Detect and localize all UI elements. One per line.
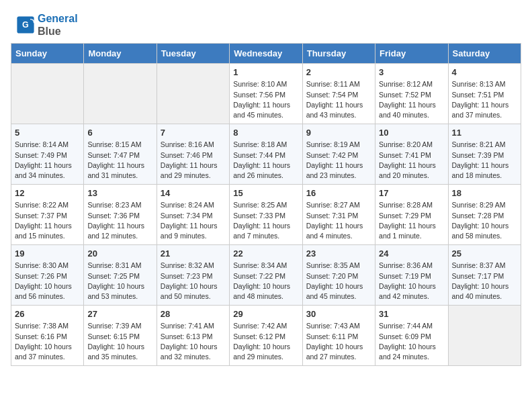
calendar-cell: 1Sunrise: 8:10 AM Sunset: 7:56 PM Daylig… (230, 64, 302, 124)
day-number: 14 (161, 188, 226, 198)
weekday-header: Saturday (448, 44, 521, 64)
day-number: 13 (87, 188, 152, 198)
calendar-cell: 3Sunrise: 8:12 AM Sunset: 7:52 PM Daylig… (375, 64, 448, 124)
day-info: Sunrise: 7:43 AM Sunset: 6:11 PM Dayligh… (306, 321, 371, 362)
calendar-cell: 7Sunrise: 8:16 AM Sunset: 7:46 PM Daylig… (157, 124, 229, 185)
day-info: Sunrise: 8:10 AM Sunset: 7:56 PM Dayligh… (233, 79, 298, 120)
day-info: Sunrise: 8:12 AM Sunset: 7:52 PM Dayligh… (379, 79, 444, 120)
calendar-cell: 18Sunrise: 8:29 AM Sunset: 7:28 PM Dayli… (448, 185, 521, 245)
weekday-header: Sunday (11, 44, 84, 64)
day-info: Sunrise: 7:39 AM Sunset: 6:15 PM Dayligh… (87, 321, 152, 362)
day-info: Sunrise: 8:22 AM Sunset: 7:37 PM Dayligh… (15, 200, 80, 241)
weekday-header-row: SundayMondayTuesdayWednesdayThursdayFrid… (11, 44, 521, 64)
calendar-cell: 8Sunrise: 8:18 AM Sunset: 7:44 PM Daylig… (230, 124, 302, 185)
calendar-cell: 30Sunrise: 7:43 AM Sunset: 6:11 PM Dayli… (302, 306, 375, 366)
day-number: 2 (306, 67, 371, 77)
calendar-cell: 29Sunrise: 7:42 AM Sunset: 6:12 PM Dayli… (230, 306, 302, 366)
logo-text: General Blue (38, 12, 78, 38)
day-number: 18 (452, 188, 517, 198)
calendar-cell: 12Sunrise: 8:22 AM Sunset: 7:37 PM Dayli… (11, 185, 84, 245)
day-info: Sunrise: 7:41 AM Sunset: 6:13 PM Dayligh… (161, 321, 226, 362)
week-row: 5Sunrise: 8:14 AM Sunset: 7:49 PM Daylig… (11, 124, 521, 185)
calendar-cell: 5Sunrise: 8:14 AM Sunset: 7:49 PM Daylig… (11, 124, 84, 185)
day-info: Sunrise: 8:32 AM Sunset: 7:23 PM Dayligh… (161, 261, 226, 302)
calendar-cell: 21Sunrise: 8:32 AM Sunset: 7:23 PM Dayli… (157, 245, 229, 306)
day-number: 27 (87, 309, 152, 319)
calendar-cell: 16Sunrise: 8:27 AM Sunset: 7:31 PM Dayli… (302, 185, 375, 245)
day-info: Sunrise: 8:20 AM Sunset: 7:41 PM Dayligh… (379, 140, 444, 181)
day-number: 29 (233, 309, 298, 319)
calendar-cell: 23Sunrise: 8:35 AM Sunset: 7:20 PM Dayli… (302, 245, 375, 306)
day-info: Sunrise: 8:16 AM Sunset: 7:46 PM Dayligh… (161, 140, 226, 181)
day-number: 20 (87, 248, 152, 259)
logo-icon: G (16, 15, 35, 34)
day-info: Sunrise: 8:35 AM Sunset: 7:20 PM Dayligh… (306, 261, 371, 302)
day-number: 3 (379, 67, 444, 77)
day-info: Sunrise: 8:13 AM Sunset: 7:51 PM Dayligh… (452, 79, 517, 120)
weekday-header: Friday (375, 44, 448, 64)
calendar-cell (157, 64, 229, 124)
calendar-cell: 26Sunrise: 7:38 AM Sunset: 6:16 PM Dayli… (11, 306, 84, 366)
calendar-cell: 13Sunrise: 8:23 AM Sunset: 7:36 PM Dayli… (84, 185, 157, 245)
day-number: 6 (87, 128, 152, 138)
day-info: Sunrise: 7:42 AM Sunset: 6:12 PM Dayligh… (233, 321, 298, 362)
calendar-cell: 14Sunrise: 8:24 AM Sunset: 7:34 PM Dayli… (157, 185, 229, 245)
weekday-header: Thursday (302, 44, 375, 64)
day-number: 12 (15, 188, 80, 198)
calendar-cell (11, 64, 84, 124)
day-number: 1 (233, 67, 298, 77)
day-info: Sunrise: 8:11 AM Sunset: 7:54 PM Dayligh… (306, 79, 371, 120)
calendar-cell: 25Sunrise: 8:37 AM Sunset: 7:17 PM Dayli… (448, 245, 521, 306)
logo: G General Blue (16, 12, 78, 38)
day-number: 4 (452, 67, 517, 77)
calendar-cell (448, 306, 521, 366)
day-number: 22 (233, 248, 298, 259)
day-info: Sunrise: 8:14 AM Sunset: 7:49 PM Dayligh… (15, 140, 80, 181)
day-number: 17 (379, 188, 444, 198)
day-info: Sunrise: 8:34 AM Sunset: 7:22 PM Dayligh… (233, 261, 298, 302)
calendar-cell: 22Sunrise: 8:34 AM Sunset: 7:22 PM Dayli… (230, 245, 302, 306)
day-number: 23 (306, 248, 371, 259)
day-number: 7 (161, 128, 226, 138)
week-row: 12Sunrise: 8:22 AM Sunset: 7:37 PM Dayli… (11, 185, 521, 245)
calendar-cell: 15Sunrise: 8:25 AM Sunset: 7:33 PM Dayli… (230, 185, 302, 245)
day-number: 19 (15, 248, 80, 259)
day-info: Sunrise: 7:44 AM Sunset: 6:09 PM Dayligh… (379, 321, 444, 362)
day-number: 15 (233, 188, 298, 198)
calendar-cell: 6Sunrise: 8:15 AM Sunset: 7:47 PM Daylig… (84, 124, 157, 185)
calendar-cell: 2Sunrise: 8:11 AM Sunset: 7:54 PM Daylig… (302, 64, 375, 124)
weekday-header: Wednesday (230, 44, 302, 64)
calendar-cell: 27Sunrise: 7:39 AM Sunset: 6:15 PM Dayli… (84, 306, 157, 366)
calendar-cell: 4Sunrise: 8:13 AM Sunset: 7:51 PM Daylig… (448, 64, 521, 124)
day-info: Sunrise: 8:27 AM Sunset: 7:31 PM Dayligh… (306, 200, 371, 241)
day-info: Sunrise: 8:37 AM Sunset: 7:17 PM Dayligh… (452, 261, 517, 302)
day-number: 31 (379, 309, 444, 319)
day-number: 5 (15, 128, 80, 138)
week-row: 19Sunrise: 8:30 AM Sunset: 7:26 PM Dayli… (11, 245, 521, 306)
day-info: Sunrise: 8:28 AM Sunset: 7:29 PM Dayligh… (379, 200, 444, 241)
day-info: Sunrise: 8:29 AM Sunset: 7:28 PM Dayligh… (452, 200, 517, 241)
svg-text:G: G (22, 20, 29, 30)
day-number: 28 (161, 309, 226, 319)
day-info: Sunrise: 8:23 AM Sunset: 7:36 PM Dayligh… (87, 200, 152, 241)
day-info: Sunrise: 8:36 AM Sunset: 7:19 PM Dayligh… (379, 261, 444, 302)
calendar-table: SundayMondayTuesdayWednesdayThursdayFrid… (11, 43, 521, 366)
calendar-cell: 24Sunrise: 8:36 AM Sunset: 7:19 PM Dayli… (375, 245, 448, 306)
week-row: 1Sunrise: 8:10 AM Sunset: 7:56 PM Daylig… (11, 64, 521, 124)
calendar-cell: 28Sunrise: 7:41 AM Sunset: 6:13 PM Dayli… (157, 306, 229, 366)
day-number: 24 (379, 248, 444, 259)
day-number: 26 (15, 309, 80, 319)
day-info: Sunrise: 8:18 AM Sunset: 7:44 PM Dayligh… (233, 140, 298, 181)
day-info: Sunrise: 8:31 AM Sunset: 7:25 PM Dayligh… (87, 261, 152, 302)
calendar-container: SundayMondayTuesdayWednesdayThursdayFrid… (0, 43, 532, 377)
day-info: Sunrise: 8:25 AM Sunset: 7:33 PM Dayligh… (233, 200, 298, 241)
day-number: 11 (452, 128, 517, 138)
week-row: 26Sunrise: 7:38 AM Sunset: 6:16 PM Dayli… (11, 306, 521, 366)
day-info: Sunrise: 8:24 AM Sunset: 7:34 PM Dayligh… (161, 200, 226, 241)
day-info: Sunrise: 8:30 AM Sunset: 7:26 PM Dayligh… (15, 261, 80, 302)
calendar-cell (84, 64, 157, 124)
day-number: 8 (233, 128, 298, 138)
day-number: 10 (379, 128, 444, 138)
weekday-header: Monday (84, 44, 157, 64)
weekday-header: Tuesday (157, 44, 229, 64)
